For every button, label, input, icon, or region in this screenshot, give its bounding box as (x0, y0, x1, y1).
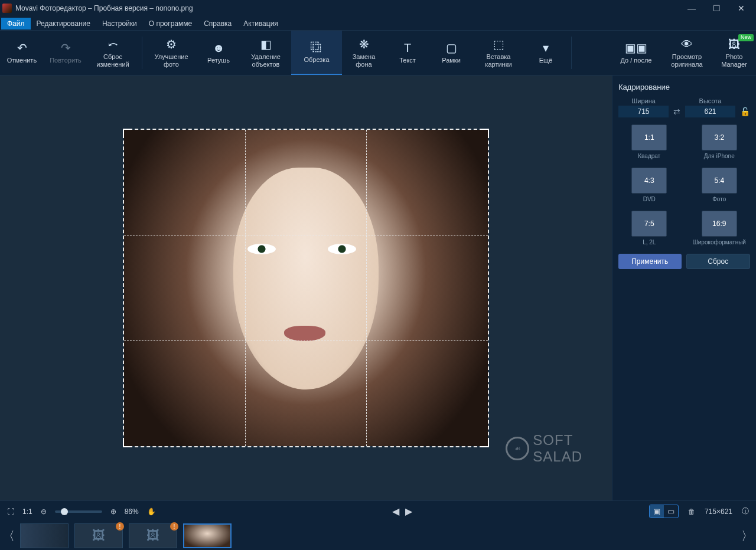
chevron-down-icon: ▾ (539, 41, 552, 54)
menu-about[interactable]: О программе (143, 18, 198, 30)
crop-button[interactable]: ⿻Обрезка (291, 31, 342, 75)
menu-settings[interactable]: Настройки (96, 18, 143, 30)
before-after-button[interactable]: ▣▣До / после (611, 31, 662, 75)
face-icon: ☻ (212, 41, 225, 54)
crop-handle-br[interactable] (480, 438, 489, 447)
redo-button[interactable]: ↷Повторить (44, 31, 87, 75)
fullscreen-button[interactable]: ⛶ (7, 508, 14, 516)
fit-mode-single-icon[interactable]: ▣ (650, 505, 664, 518)
menu-help[interactable]: Справка (198, 18, 237, 30)
filmstrip-next[interactable]: 〉 (742, 524, 752, 548)
height-label: Высота (685, 97, 735, 104)
prev-image-button[interactable]: ◀ (392, 506, 399, 517)
compare-icon: ▣▣ (630, 41, 643, 54)
watermark: ☙ SOFT SALAD (506, 432, 582, 465)
enhance-button[interactable]: ⚙Улучшение фото (146, 31, 197, 75)
reset-changes-button[interactable]: ⤺Сброс изменений (87, 31, 138, 75)
dimensions-label: 715×621 (705, 508, 732, 516)
photo-preview (124, 130, 488, 446)
fit-mode-fit-icon[interactable]: ▭ (664, 505, 678, 518)
zoom-slider-knob[interactable] (61, 508, 68, 515)
crop-selection[interactable] (123, 129, 489, 447)
window-title: Movavi Фоторедактор – Пробная версия – n… (15, 4, 679, 12)
crop-panel-title: Кадрирование (618, 83, 750, 91)
new-badge: New (738, 34, 754, 41)
reset-icon: ⤺ (106, 38, 119, 51)
zoom-out-button[interactable]: ⊖ (41, 508, 47, 516)
menu-edit[interactable]: Редактирование (31, 18, 96, 30)
canvas[interactable]: ☙ SOFT SALAD (0, 76, 612, 500)
frames-button[interactable]: ▢Рамки (429, 31, 473, 75)
ratio-7-5[interactable]: 7:5 (631, 211, 667, 237)
watermark-icon: ☙ (506, 437, 529, 460)
thumbnail-3[interactable]: 🖼! (129, 523, 177, 548)
text-button[interactable]: TТекст (386, 31, 429, 75)
image-placeholder-icon: 🖼 (75, 524, 122, 548)
info-button[interactable]: ⓘ (742, 506, 749, 516)
eye-icon: 👁 (680, 38, 693, 51)
close-button[interactable]: ✕ (729, 1, 754, 15)
ratio-3-2[interactable]: 3:2 (702, 125, 737, 150)
sliders-icon: ⚙ (165, 38, 178, 51)
background-swap-button[interactable]: ❋Замена фона (342, 31, 386, 75)
zoom-percent: 86% (125, 508, 139, 516)
width-input[interactable] (618, 106, 669, 117)
crop-handle-tr[interactable] (480, 129, 489, 138)
crop-handle-tl[interactable] (123, 129, 132, 138)
undo-icon: ↶ (15, 41, 28, 54)
statusbar: ⛶ 1:1 ⊖ ⊕ 86% ✋ ◀ ▶ ▣ ▭ 🗑 715×621 ⓘ (0, 500, 756, 522)
ratio-16-9[interactable]: 16:9 (702, 211, 737, 237)
filmstrip: 〈 🖼! 🖼! 〉 (0, 522, 756, 550)
retouch-button[interactable]: ☻Ретушь (197, 31, 240, 75)
crop-icon: ⿻ (310, 41, 323, 54)
ratio-5-4[interactable]: 5:4 (702, 168, 737, 194)
app-logo-icon (2, 4, 12, 13)
width-label: Ширина (618, 97, 669, 104)
zoom-in-button[interactable]: ⊕ (110, 508, 116, 516)
titlebar: Movavi Фоторедактор – Пробная версия – n… (0, 0, 756, 17)
undo-button[interactable]: ↶Отменить (0, 31, 44, 75)
swap-dimensions-icon[interactable]: ⇄ (673, 107, 680, 117)
toolbar: ↶Отменить ↷Повторить ⤺Сброс изменений ⚙У… (0, 31, 756, 76)
lock-aspect-icon[interactable]: 🔓 (740, 107, 750, 117)
ratio-4-3[interactable]: 4:3 (631, 168, 667, 194)
menu-file[interactable]: Файл (1, 18, 31, 30)
frame-icon: ▢ (445, 41, 458, 54)
fit-mode-toggle[interactable]: ▣ ▭ (649, 505, 679, 518)
thumbnail-2[interactable]: 🖼! (74, 523, 123, 548)
next-image-button[interactable]: ▶ (405, 506, 412, 517)
maximize-button[interactable]: ☐ (704, 1, 729, 15)
image-placeholder-icon: 🖼 (129, 524, 177, 548)
insert-image-button[interactable]: ⬚Вставка картинки (473, 31, 524, 75)
view-original-button[interactable]: 👁Просмотр оригинала (662, 31, 712, 75)
minimize-button[interactable]: — (679, 1, 704, 15)
eraser-icon: ◧ (259, 38, 272, 51)
menu-activation[interactable]: Активация (237, 18, 284, 30)
zoom-slider[interactable] (55, 510, 102, 513)
menubar: Файл Редактирование Настройки О программ… (0, 17, 756, 31)
background-icon: ❋ (357, 38, 370, 51)
photo-manager-button[interactable]: New🖼Photo Manager (712, 31, 756, 75)
delete-button[interactable]: 🗑 (688, 508, 695, 516)
filmstrip-prev[interactable]: 〈 (4, 524, 14, 548)
more-button[interactable]: ▾Ещё (524, 31, 568, 75)
crop-panel: Кадрирование Ширина ⇄ Высота 🔓 1:1Квадра… (612, 76, 756, 500)
redo-icon: ↷ (59, 41, 72, 54)
apply-crop-button[interactable]: Применить (618, 254, 682, 269)
crop-handle-bl[interactable] (123, 438, 132, 447)
thumbnail-1[interactable] (20, 523, 69, 548)
thumbnail-4[interactable] (183, 523, 232, 548)
ratio-1-1[interactable]: 1:1 (631, 125, 667, 150)
height-input[interactable] (685, 106, 735, 117)
reset-crop-button[interactable]: Сброс (686, 254, 751, 269)
text-icon: T (401, 41, 414, 54)
warning-badge-icon: ! (116, 522, 124, 531)
remove-objects-button[interactable]: ◧Удаление объектов (240, 31, 291, 75)
insert-image-icon: ⬚ (492, 38, 505, 51)
pan-tool-button[interactable]: ✋ (147, 508, 156, 516)
warning-badge-icon: ! (170, 522, 178, 531)
one-to-one-button[interactable]: 1:1 (22, 508, 32, 516)
